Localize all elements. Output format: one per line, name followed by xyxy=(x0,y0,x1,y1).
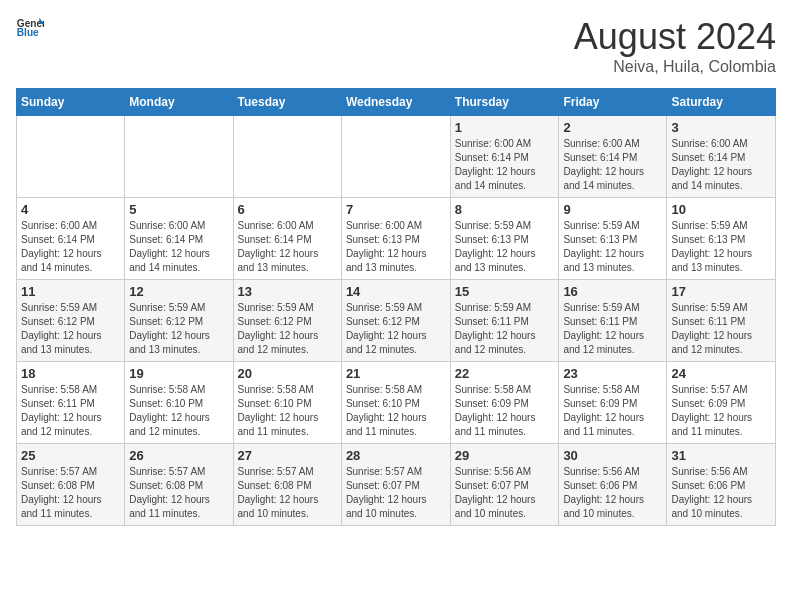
day-number: 14 xyxy=(346,284,446,299)
calendar-cell xyxy=(125,116,233,198)
day-info: Sunrise: 6:00 AM Sunset: 6:14 PM Dayligh… xyxy=(21,219,120,275)
day-number: 11 xyxy=(21,284,120,299)
day-number: 2 xyxy=(563,120,662,135)
day-number: 27 xyxy=(238,448,337,463)
day-info: Sunrise: 5:57 AM Sunset: 6:09 PM Dayligh… xyxy=(671,383,771,439)
week-row-4: 18Sunrise: 5:58 AM Sunset: 6:11 PM Dayli… xyxy=(17,362,776,444)
calendar-cell: 17Sunrise: 5:59 AM Sunset: 6:11 PM Dayli… xyxy=(667,280,776,362)
weekday-header-wednesday: Wednesday xyxy=(341,89,450,116)
day-number: 4 xyxy=(21,202,120,217)
day-info: Sunrise: 6:00 AM Sunset: 6:14 PM Dayligh… xyxy=(238,219,337,275)
day-number: 13 xyxy=(238,284,337,299)
day-number: 19 xyxy=(129,366,228,381)
day-number: 17 xyxy=(671,284,771,299)
day-info: Sunrise: 5:58 AM Sunset: 6:10 PM Dayligh… xyxy=(129,383,228,439)
calendar-cell: 4Sunrise: 6:00 AM Sunset: 6:14 PM Daylig… xyxy=(17,198,125,280)
calendar-cell: 11Sunrise: 5:59 AM Sunset: 6:12 PM Dayli… xyxy=(17,280,125,362)
day-number: 5 xyxy=(129,202,228,217)
day-info: Sunrise: 5:57 AM Sunset: 6:07 PM Dayligh… xyxy=(346,465,446,521)
page-header: General Blue August 2024 Neiva, Huila, C… xyxy=(16,16,776,76)
calendar-cell: 21Sunrise: 5:58 AM Sunset: 6:10 PM Dayli… xyxy=(341,362,450,444)
weekday-header-monday: Monday xyxy=(125,89,233,116)
day-number: 22 xyxy=(455,366,555,381)
week-row-2: 4Sunrise: 6:00 AM Sunset: 6:14 PM Daylig… xyxy=(17,198,776,280)
calendar-title: August 2024 xyxy=(574,16,776,58)
day-info: Sunrise: 5:58 AM Sunset: 6:11 PM Dayligh… xyxy=(21,383,120,439)
calendar-cell: 27Sunrise: 5:57 AM Sunset: 6:08 PM Dayli… xyxy=(233,444,341,526)
day-info: Sunrise: 6:00 AM Sunset: 6:14 PM Dayligh… xyxy=(455,137,555,193)
day-number: 6 xyxy=(238,202,337,217)
weekday-header-sunday: Sunday xyxy=(17,89,125,116)
day-info: Sunrise: 5:57 AM Sunset: 6:08 PM Dayligh… xyxy=(238,465,337,521)
day-info: Sunrise: 5:59 AM Sunset: 6:13 PM Dayligh… xyxy=(563,219,662,275)
day-number: 16 xyxy=(563,284,662,299)
calendar-cell: 12Sunrise: 5:59 AM Sunset: 6:12 PM Dayli… xyxy=(125,280,233,362)
calendar-cell: 24Sunrise: 5:57 AM Sunset: 6:09 PM Dayli… xyxy=(667,362,776,444)
day-info: Sunrise: 6:00 AM Sunset: 6:14 PM Dayligh… xyxy=(563,137,662,193)
weekday-header-thursday: Thursday xyxy=(450,89,559,116)
day-info: Sunrise: 5:59 AM Sunset: 6:13 PM Dayligh… xyxy=(671,219,771,275)
calendar-cell: 5Sunrise: 6:00 AM Sunset: 6:14 PM Daylig… xyxy=(125,198,233,280)
day-info: Sunrise: 5:56 AM Sunset: 6:07 PM Dayligh… xyxy=(455,465,555,521)
svg-text:Blue: Blue xyxy=(17,27,39,38)
calendar-cell: 8Sunrise: 5:59 AM Sunset: 6:13 PM Daylig… xyxy=(450,198,559,280)
day-number: 24 xyxy=(671,366,771,381)
calendar-cell: 13Sunrise: 5:59 AM Sunset: 6:12 PM Dayli… xyxy=(233,280,341,362)
calendar-cell: 25Sunrise: 5:57 AM Sunset: 6:08 PM Dayli… xyxy=(17,444,125,526)
calendar-cell: 22Sunrise: 5:58 AM Sunset: 6:09 PM Dayli… xyxy=(450,362,559,444)
weekday-header-saturday: Saturday xyxy=(667,89,776,116)
day-number: 9 xyxy=(563,202,662,217)
day-info: Sunrise: 5:59 AM Sunset: 6:11 PM Dayligh… xyxy=(563,301,662,357)
week-row-3: 11Sunrise: 5:59 AM Sunset: 6:12 PM Dayli… xyxy=(17,280,776,362)
calendar-cell: 31Sunrise: 5:56 AM Sunset: 6:06 PM Dayli… xyxy=(667,444,776,526)
calendar-cell: 2Sunrise: 6:00 AM Sunset: 6:14 PM Daylig… xyxy=(559,116,667,198)
day-number: 26 xyxy=(129,448,228,463)
weekday-header-friday: Friday xyxy=(559,89,667,116)
day-info: Sunrise: 5:58 AM Sunset: 6:10 PM Dayligh… xyxy=(238,383,337,439)
calendar-cell: 9Sunrise: 5:59 AM Sunset: 6:13 PM Daylig… xyxy=(559,198,667,280)
day-info: Sunrise: 6:00 AM Sunset: 6:14 PM Dayligh… xyxy=(129,219,228,275)
calendar-cell: 29Sunrise: 5:56 AM Sunset: 6:07 PM Dayli… xyxy=(450,444,559,526)
calendar-cell xyxy=(233,116,341,198)
day-number: 31 xyxy=(671,448,771,463)
day-number: 12 xyxy=(129,284,228,299)
day-info: Sunrise: 5:57 AM Sunset: 6:08 PM Dayligh… xyxy=(21,465,120,521)
day-number: 28 xyxy=(346,448,446,463)
calendar-cell: 16Sunrise: 5:59 AM Sunset: 6:11 PM Dayli… xyxy=(559,280,667,362)
logo: General Blue xyxy=(16,16,44,38)
day-number: 29 xyxy=(455,448,555,463)
calendar-cell: 1Sunrise: 6:00 AM Sunset: 6:14 PM Daylig… xyxy=(450,116,559,198)
day-info: Sunrise: 5:58 AM Sunset: 6:09 PM Dayligh… xyxy=(563,383,662,439)
day-number: 1 xyxy=(455,120,555,135)
day-info: Sunrise: 5:59 AM Sunset: 6:11 PM Dayligh… xyxy=(671,301,771,357)
day-info: Sunrise: 6:00 AM Sunset: 6:13 PM Dayligh… xyxy=(346,219,446,275)
calendar-cell: 30Sunrise: 5:56 AM Sunset: 6:06 PM Dayli… xyxy=(559,444,667,526)
calendar-cell: 15Sunrise: 5:59 AM Sunset: 6:11 PM Dayli… xyxy=(450,280,559,362)
day-number: 30 xyxy=(563,448,662,463)
day-info: Sunrise: 5:58 AM Sunset: 6:10 PM Dayligh… xyxy=(346,383,446,439)
week-row-1: 1Sunrise: 6:00 AM Sunset: 6:14 PM Daylig… xyxy=(17,116,776,198)
day-number: 18 xyxy=(21,366,120,381)
day-info: Sunrise: 5:59 AM Sunset: 6:12 PM Dayligh… xyxy=(346,301,446,357)
calendar-cell: 3Sunrise: 6:00 AM Sunset: 6:14 PM Daylig… xyxy=(667,116,776,198)
day-number: 15 xyxy=(455,284,555,299)
week-row-5: 25Sunrise: 5:57 AM Sunset: 6:08 PM Dayli… xyxy=(17,444,776,526)
calendar-cell: 23Sunrise: 5:58 AM Sunset: 6:09 PM Dayli… xyxy=(559,362,667,444)
calendar-cell: 28Sunrise: 5:57 AM Sunset: 6:07 PM Dayli… xyxy=(341,444,450,526)
day-number: 3 xyxy=(671,120,771,135)
calendar-cell: 26Sunrise: 5:57 AM Sunset: 6:08 PM Dayli… xyxy=(125,444,233,526)
title-block: August 2024 Neiva, Huila, Colombia xyxy=(574,16,776,76)
day-info: Sunrise: 5:59 AM Sunset: 6:12 PM Dayligh… xyxy=(238,301,337,357)
weekday-header-row: SundayMondayTuesdayWednesdayThursdayFrid… xyxy=(17,89,776,116)
day-info: Sunrise: 5:59 AM Sunset: 6:11 PM Dayligh… xyxy=(455,301,555,357)
day-info: Sunrise: 5:59 AM Sunset: 6:13 PM Dayligh… xyxy=(455,219,555,275)
calendar-cell xyxy=(17,116,125,198)
calendar-cell: 10Sunrise: 5:59 AM Sunset: 6:13 PM Dayli… xyxy=(667,198,776,280)
calendar-subtitle: Neiva, Huila, Colombia xyxy=(574,58,776,76)
day-number: 10 xyxy=(671,202,771,217)
day-info: Sunrise: 5:56 AM Sunset: 6:06 PM Dayligh… xyxy=(671,465,771,521)
day-info: Sunrise: 5:58 AM Sunset: 6:09 PM Dayligh… xyxy=(455,383,555,439)
day-info: Sunrise: 5:59 AM Sunset: 6:12 PM Dayligh… xyxy=(21,301,120,357)
calendar-cell xyxy=(341,116,450,198)
calendar-cell: 19Sunrise: 5:58 AM Sunset: 6:10 PM Dayli… xyxy=(125,362,233,444)
